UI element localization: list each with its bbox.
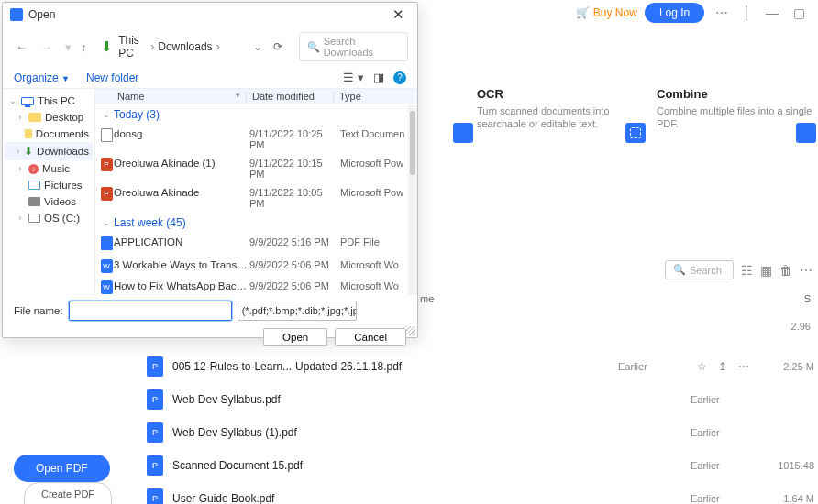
file-type: Microsoft Pow — [340, 158, 403, 180]
more-icon[interactable]: ⋯ — [800, 263, 812, 278]
file-date: 9/11/2022 10:05 PM — [249, 187, 340, 209]
chevron-right-icon: › — [216, 40, 220, 53]
expand-icon[interactable]: › — [16, 147, 20, 156]
nav-back[interactable]: ← — [12, 40, 31, 54]
tree-label: Documents — [36, 128, 89, 139]
star-icon[interactable]: ☆ — [691, 360, 713, 373]
buy-now-link[interactable]: 🛒 Buy Now — [576, 6, 637, 19]
create-pdf-button[interactable]: Create PDF — [24, 482, 112, 504]
combine-title: Combine — [657, 87, 818, 101]
expand-icon[interactable]: › — [16, 113, 25, 122]
tree-this-pc[interactable]: ⌄ This PC — [5, 93, 93, 109]
file-row[interactable]: P Web Dev Syllabus (1).pdf Earlier — [147, 416, 814, 449]
filter-text: (*.pdf;*.bmp;*.dib;*.jpg;*.jpeg;* — [242, 305, 357, 316]
view-grid-icon[interactable]: ▦ — [760, 263, 772, 278]
organize-menu[interactable]: Organize ▼ — [14, 71, 70, 84]
combine-card[interactable]: Combine Combine multiple files into a si… — [657, 87, 818, 131]
file-age: Earlier — [691, 493, 755, 504]
tree-label: Videos — [44, 196, 76, 207]
file-age: Earlier — [618, 361, 682, 372]
group-today[interactable]: ⌄ Today (3) — [95, 104, 417, 125]
breadcrumb[interactable]: This PC › Downloads › — [118, 34, 220, 60]
refresh-icon[interactable]: ⟳ — [268, 40, 288, 53]
upload-icon[interactable]: ↥ — [713, 360, 733, 373]
file-name: How to Fix WhatsApp Backup Not Showi... — [114, 280, 249, 294]
file-name: User Guide Book.pdf — [172, 492, 681, 504]
file-type: Microsoft Wo — [340, 280, 399, 294]
crumb-downloads[interactable]: Downloads — [158, 40, 212, 53]
file-date: 9/11/2022 10:15 PM — [249, 158, 340, 180]
pdf-icon: P — [147, 488, 163, 504]
crumb-dropdown[interactable]: ⌄ — [253, 40, 262, 53]
tree-label: Music — [42, 163, 70, 174]
file-name: Oreoluwa Akinade (1) — [114, 158, 249, 180]
file-type-filter[interactable]: (*.pdf;*.bmp;*.dib;*.jpg;*.jpeg;* — [238, 301, 357, 321]
col-type[interactable]: Type — [334, 91, 361, 102]
expand-icon[interactable]: › — [16, 164, 25, 173]
view-detail-icon[interactable]: ☷ — [741, 263, 753, 278]
app-menu-icon[interactable]: ⋯ — [712, 5, 732, 20]
bg-search-input[interactable]: 🔍 Search — [665, 260, 734, 279]
file-row[interactable]: P Scanned Document 15.pdf Earlier 1015.4… — [147, 449, 814, 482]
nav-up[interactable]: ↑ — [81, 40, 87, 54]
file-item[interactable]: W How to Fix WhatsApp Backup Not Showi..… — [95, 277, 417, 295]
col-name[interactable]: Name — [95, 91, 247, 102]
tree-os-c[interactable]: › OS (C:) — [5, 210, 93, 226]
collapse-icon[interactable]: ⌄ — [8, 96, 17, 105]
ocr-icon[interactable] — [625, 123, 646, 143]
delete-icon[interactable]: 🗑 — [779, 263, 792, 278]
file-item[interactable]: P Oreoluwa Akinade (1) 9/11/2022 10:15 P… — [95, 154, 417, 183]
expand-icon[interactable]: › — [16, 214, 25, 223]
new-folder-button[interactable]: New folder — [86, 71, 138, 84]
file-row[interactable]: P 005 12-Rules-to-Learn...-Updated-26.11… — [147, 350, 814, 383]
file-row[interactable]: P Web Dev Syllabus.pdf Earlier — [147, 383, 814, 416]
close-icon[interactable]: ✕ — [387, 6, 410, 23]
preview-pane-button[interactable]: ◨ — [373, 71, 384, 84]
file-type: PDF File — [340, 236, 380, 252]
tree-downloads[interactable]: › ⬇ Downloads — [5, 142, 93, 160]
tree-music[interactable]: › ♪ Music — [5, 160, 93, 177]
tree-pictures[interactable]: Pictures — [5, 177, 93, 193]
file-item[interactable]: W 3 Workable Ways to Transfer Game Progr… — [95, 256, 417, 277]
combine-icon[interactable] — [796, 123, 816, 143]
resize-grip[interactable] — [406, 326, 415, 335]
file-date: 9/9/2022 5:16 PM — [249, 236, 340, 252]
ocr-card[interactable]: OCR Turn scanned documents into searchab… — [477, 87, 638, 131]
file-name: donsg — [114, 128, 249, 150]
col-date[interactable]: Date modified — [247, 91, 334, 102]
dialog-search-input[interactable]: 🔍 Search Downloads — [299, 32, 408, 61]
window-maximize[interactable]: ▢ — [790, 5, 809, 20]
file-item[interactable]: APPLICATION 9/9/2022 5:16 PM PDF File — [95, 233, 417, 256]
convert-icon[interactable] — [453, 123, 473, 143]
group-last-week[interactable]: ⌄ Last week (45) — [95, 213, 417, 233]
file-size: 1.64 M — [764, 493, 814, 504]
help-icon[interactable]: ? — [393, 71, 406, 84]
cancel-button[interactable]: Cancel — [335, 328, 406, 346]
login-button[interactable]: Log In — [645, 3, 704, 23]
file-item[interactable]: donsg 9/11/2022 10:25 PM Text Documen — [95, 125, 417, 154]
view-mode-button[interactable]: ☰ ▾ — [343, 71, 364, 84]
videos-icon — [28, 197, 40, 206]
tree-documents[interactable]: Documents — [5, 126, 93, 142]
nav-recent-dropdown[interactable]: ▾ — [61, 40, 75, 54]
scrollbar[interactable] — [408, 105, 417, 295]
tree-desktop[interactable]: › Desktop — [5, 109, 93, 126]
file-item[interactable]: P Oreoluwa Akinade 9/11/2022 10:05 PM Mi… — [95, 183, 417, 213]
col-frag-age: me — [420, 293, 434, 304]
open-pdf-button[interactable]: Open PDF — [14, 455, 110, 482]
pdf-icon: P — [147, 455, 163, 476]
window-minimize[interactable]: — — [762, 5, 782, 20]
row-more-icon[interactable]: ⋯ — [733, 360, 755, 373]
tree-label: Downloads — [37, 146, 89, 157]
file-age: Earlier — [691, 460, 755, 471]
tree-videos[interactable]: Videos — [5, 193, 93, 210]
collapse-icon: ⌄ — [103, 110, 110, 119]
file-name: Scanned Document 15.pdf — [172, 459, 681, 472]
file-name: Web Dev Syllabus.pdf — [172, 393, 681, 406]
open-button[interactable]: Open — [263, 328, 327, 346]
doc-file-icon: W — [101, 259, 113, 273]
filename-input[interactable] — [69, 301, 232, 321]
file-row[interactable]: P User Guide Book.pdf Earlier 1.64 M — [147, 482, 814, 504]
crumb-pc[interactable]: This PC — [118, 34, 147, 60]
nav-forward[interactable]: → — [37, 40, 56, 54]
